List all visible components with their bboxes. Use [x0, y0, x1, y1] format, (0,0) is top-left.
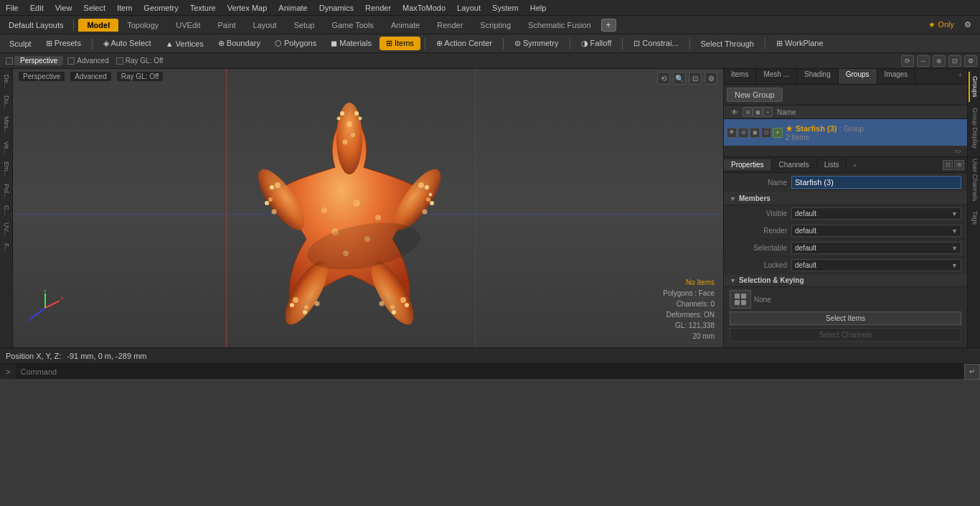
menu-render[interactable]: Render — [359, 2, 397, 14]
render-select[interactable]: default ▼ — [791, 225, 961, 237]
symmetry-button[interactable]: ⊜ Symmetry — [508, 37, 565, 50]
rvt-group-display[interactable]: Group Display — [969, 103, 980, 153]
panel-tab-expand[interactable]: + — [954, 69, 967, 84]
menu-maxtomodo[interactable]: MaxToModo — [397, 2, 451, 14]
menu-dynamics[interactable]: Dynamics — [314, 2, 359, 14]
menu-item[interactable]: Item — [111, 2, 138, 14]
ray-gl-checkbox-input[interactable] — [116, 57, 123, 65]
props-tab-channels[interactable]: Channels — [772, 159, 817, 170]
workplane-button[interactable]: ⊞ WorkPlane — [770, 37, 830, 50]
group-eye-icon[interactable]: 👁 — [727, 128, 737, 138]
selection-keying-header[interactable]: ▼ Selection & Keying — [724, 274, 967, 287]
ls-item-du[interactable]: Du... — [1, 93, 11, 112]
ls-item-f[interactable]: F... — [1, 240, 11, 255]
command-submit-button[interactable]: ↵ — [964, 364, 980, 380]
falloff-button[interactable]: ◑ Falloff — [575, 37, 618, 50]
show-top-checkbox[interactable] — [6, 57, 13, 65]
settings-icon[interactable]: ⚙ — [958, 19, 977, 31]
viewport-icon-frame[interactable]: ⊡ — [948, 55, 961, 67]
ls-item-c[interactable]: C... — [1, 202, 11, 218]
add-tab-button[interactable]: + — [601, 19, 616, 32]
ls-item-em[interactable]: Em... — [1, 159, 11, 179]
props-tab-properties[interactable]: Properties — [724, 159, 772, 170]
group-item-starfish[interactable]: 👁 ⊞ ◼ ⊡ + ★ Starfish (3) : Group 2 It — [724, 119, 967, 146]
panel-tab-images[interactable]: Images — [877, 69, 916, 84]
select-items-button[interactable]: Select Items — [730, 311, 961, 325]
visible-select[interactable]: default ▼ — [791, 207, 961, 220]
menu-layout[interactable]: Layout — [451, 2, 486, 14]
vertices-button[interactable]: ▲ Vertices — [159, 37, 210, 50]
tab-setup[interactable]: Setup — [286, 19, 324, 32]
auto-select-button[interactable]: ◈ Auto Select — [97, 37, 158, 50]
tab-model[interactable]: Model — [78, 19, 118, 32]
select-through-button[interactable]: Select Through — [694, 37, 760, 50]
group-icon-sel[interactable]: ◼ — [750, 128, 760, 138]
vp-tab-perspective[interactable]: Perspective — [14, 56, 63, 65]
viewport-icon-rotate[interactable]: ⟳ — [901, 55, 914, 67]
group-icon-lock[interactable]: ⊡ — [761, 128, 771, 138]
props-expand-btn2[interactable]: ⊞ — [954, 160, 964, 170]
tab-animate[interactable]: Animate — [382, 19, 428, 32]
group-plus-icon[interactable]: + — [773, 128, 783, 138]
advanced-vp-label[interactable]: Advanced — [70, 72, 110, 81]
menu-animate[interactable]: Animate — [273, 2, 313, 14]
ls-item-ve[interactable]: Ve... — [1, 139, 11, 157]
advanced-checkbox-input[interactable] — [67, 57, 75, 65]
sculpt-button[interactable]: Sculpt — [3, 37, 38, 50]
group-icon-render[interactable]: ⊞ — [738, 128, 748, 138]
show-advanced-checkbox[interactable]: Advanced — [67, 57, 108, 65]
panel-tab-mesh[interactable]: Mesh ... — [756, 69, 797, 84]
viewport-icon-settings[interactable]: ⚙ — [964, 55, 977, 67]
ray-gl-vp-label[interactable]: Ray GL: Off — [117, 72, 164, 81]
panel-tab-shading[interactable]: Shading — [797, 69, 839, 84]
menu-help[interactable]: Help — [524, 2, 552, 14]
viewport-menu-icon[interactable]: ⚙ — [705, 72, 717, 85]
menu-vertex-map[interactable]: Vertex Map — [222, 2, 273, 14]
viewport-frame-icon[interactable]: ⊡ — [689, 72, 702, 85]
name-field-input[interactable] — [791, 176, 961, 189]
rvt-tags[interactable]: Tags — [969, 207, 980, 229]
locked-select[interactable]: default ▼ — [791, 259, 961, 271]
viewport-icon-pan[interactable]: ↔ — [917, 55, 930, 67]
viewport-orbit-icon[interactable]: ⟲ — [657, 72, 670, 85]
perspective-label[interactable]: Perspective — [19, 72, 65, 81]
panel-tab-items[interactable]: Items — [724, 69, 756, 84]
menu-geometry[interactable]: Geometry — [138, 2, 184, 14]
viewport-zoom-icon[interactable]: 🔍 — [673, 72, 686, 85]
ray-gl-checkbox[interactable]: Ray GL: Off — [116, 57, 164, 65]
star-only-label[interactable]: ★ Only — [928, 20, 954, 29]
command-input[interactable] — [16, 364, 964, 379]
tab-layout[interactable]: Layout — [245, 19, 286, 32]
default-layouts-dropdown[interactable]: Default Layouts — [3, 19, 69, 31]
menu-file[interactable]: File — [0, 2, 24, 14]
boundary-button[interactable]: ⊕ Boundary — [212, 37, 267, 50]
menu-edit[interactable]: Edit — [24, 2, 50, 14]
top-checkbox-input[interactable] — [6, 57, 13, 65]
props-tab-plus[interactable]: + — [847, 159, 862, 171]
ls-item-pol[interactable]: Pol... — [1, 181, 11, 202]
props-tab-lists[interactable]: Lists — [817, 159, 847, 170]
menu-select[interactable]: Select — [77, 2, 111, 14]
rvt-user-channels[interactable]: User Channels — [969, 154, 980, 206]
viewport-icon-zoom[interactable]: ⊕ — [933, 55, 946, 67]
action-center-button[interactable]: ⊕ Action Center — [430, 37, 499, 50]
new-group-button[interactable]: New Group — [727, 88, 783, 102]
tab-game-tools[interactable]: Game Tools — [323, 19, 382, 32]
ls-item-de[interactable]: De... — [1, 72, 11, 91]
ls-item-uv[interactable]: UV... — [1, 220, 11, 239]
viewport[interactable]: X Z Y Perspective Advanced Ray GL: Off ⟲… — [13, 69, 723, 347]
selectable-select[interactable]: default ▼ — [791, 242, 961, 254]
props-expand-btn1[interactable]: ⊡ — [943, 160, 953, 170]
menu-view[interactable]: View — [50, 2, 78, 14]
ls-item-mes[interactable]: Mes... — [1, 113, 11, 137]
menu-system[interactable]: System — [486, 2, 524, 14]
panel-tab-groups[interactable]: Groups — [839, 69, 877, 84]
tab-schematic-fusion[interactable]: Schematic Fusion — [519, 19, 599, 32]
tab-uvedit[interactable]: UVEdit — [167, 19, 209, 32]
members-section-header[interactable]: ▼ Members — [724, 192, 967, 205]
presets-button[interactable]: ⊞ Presets — [39, 37, 88, 50]
constraints-button[interactable]: ⊡ Constrai... — [627, 37, 684, 50]
polygons-button[interactable]: ⬡ Polygons — [268, 37, 323, 50]
tab-scripting[interactable]: Scripting — [471, 19, 519, 32]
tab-paint[interactable]: Paint — [209, 19, 245, 32]
